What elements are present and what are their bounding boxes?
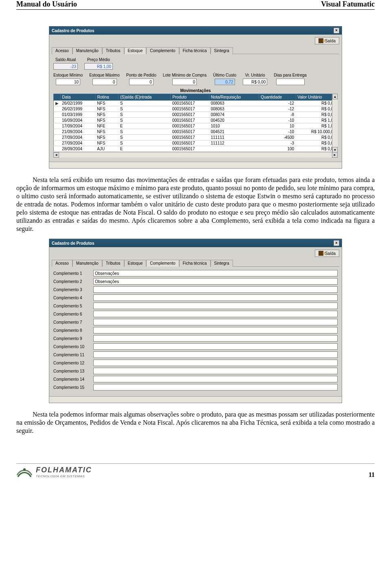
saida-button[interactable]: Saída — [315, 37, 339, 44]
tab-tributos[interactable]: Tributos — [102, 47, 124, 54]
statusbar — [49, 396, 342, 403]
complemento-field-4[interactable] — [93, 294, 338, 301]
label-est-max: Estoque Máximo — [89, 73, 119, 77]
door-icon — [319, 251, 323, 256]
svg-point-0 — [23, 468, 26, 471]
complemento-field-10[interactable] — [93, 343, 338, 350]
complemento-field-3[interactable] — [93, 286, 338, 293]
table-row[interactable]: 27/09/2004NFSS0001565017111111-4500R$ 0,… — [54, 135, 338, 140]
estoque-maximo-field[interactable] — [92, 79, 117, 85]
scroll-down-icon[interactable]: ▼ — [332, 147, 338, 153]
tabs-complemento: AcessoManutençãoTributosEstoqueComplemen… — [52, 259, 339, 267]
ultimo-custo-field[interactable] — [215, 79, 235, 85]
table-row[interactable]: 16/09/2004NFSS0001565017004520-10R$ 1,00 — [54, 118, 338, 123]
page-number: 11 — [369, 471, 375, 478]
brand-name: FOLHAMATIC — [36, 466, 92, 474]
logo-mark-icon — [16, 465, 33, 478]
tab-sintegra[interactable]: Sintegra — [211, 47, 233, 54]
saida-button[interactable]: Saída — [315, 250, 339, 257]
label-complemento: Complemento 11 — [53, 353, 90, 357]
scroll-left-icon[interactable]: ◄ — [53, 152, 59, 158]
tab-ficha-t-cnica[interactable]: Ficha técnica — [179, 260, 211, 267]
tab-acesso[interactable]: Acesso — [52, 47, 72, 54]
titlebar: Cadastro de Produtos × — [49, 239, 342, 247]
col-header: Data — [60, 94, 95, 101]
vertical-scrollbar[interactable]: ▲ ▼ — [332, 94, 338, 153]
tab-estoque[interactable]: Estoque — [124, 260, 147, 267]
window-cadastro-estoque: Cadastro de Produtos × Saída AcessoManut… — [49, 26, 342, 169]
label-lote: Lote Mínimo de Compra — [163, 73, 206, 77]
section-movimentacoes: Movimentações — [53, 88, 338, 93]
complemento-field-9[interactable] — [93, 335, 338, 342]
saldo-atual-field — [53, 63, 78, 70]
col-header: Nota/Requisição — [209, 94, 259, 101]
lote-minimo-field[interactable] — [172, 79, 197, 85]
complemento-field-6[interactable] — [93, 311, 338, 317]
label-complemento: Complemento 10 — [53, 344, 90, 349]
tab-manuten-o[interactable]: Manutenção — [72, 47, 102, 54]
label-complemento: Complemento 4 — [53, 296, 90, 300]
close-icon[interactable]: × — [334, 240, 339, 246]
table-row[interactable]: 27/09/2004NFSS0001565017111112-3R$ 0,09 — [54, 140, 338, 146]
table-row[interactable]: 21/09/2004NFSS0001565017004521-10R$ 10.0… — [54, 129, 338, 135]
complemento-field-11[interactable] — [93, 351, 338, 358]
paragraph-1: Nesta tela será exibido um resumo das mo… — [16, 176, 375, 233]
table-row[interactable]: 28/09/2004AJUE0001565017100R$ 0,00 — [54, 146, 338, 152]
tabs-estoque: AcessoManutençãoTributosEstoqueComplemen… — [52, 47, 339, 54]
label-complemento: Complemento 3 — [53, 287, 90, 292]
table-row[interactable]: 26/02/1999NFSS0001565017008063-12R$ 0,00 — [54, 106, 338, 112]
label-complemento: Complemento 7 — [53, 320, 90, 325]
scroll-up-icon[interactable]: ▲ — [332, 94, 338, 99]
brand-logo: FOLHAMATIC TECNOLOGIA EM SISTEMAS — [16, 465, 92, 478]
label-ult-custo: Último Custo — [213, 73, 236, 77]
complemento-field-1[interactable] — [93, 270, 338, 276]
tab-complemento[interactable]: Complemento — [146, 260, 179, 267]
tab-tributos[interactable]: Tributos — [102, 260, 124, 267]
header-right: Visual Fatumatic — [321, 0, 375, 9]
label-complemento: Complemento 2 — [53, 279, 90, 284]
brand-tagline: TECNOLOGIA EM SISTEMAS — [36, 474, 92, 478]
label-complemento: Complemento 14 — [53, 377, 90, 382]
vr-unitario-field[interactable] — [243, 79, 267, 85]
close-icon[interactable]: × — [334, 28, 339, 33]
label-complemento: Complemento 9 — [53, 336, 90, 341]
dias-entrega-field[interactable] — [276, 79, 305, 85]
label-preco-medio: Preço Médio — [87, 57, 110, 62]
complemento-field-13[interactable] — [93, 368, 338, 374]
label-complemento: Complemento 13 — [53, 369, 90, 373]
estoque-minimo-field[interactable] — [56, 79, 80, 85]
complemento-field-5[interactable] — [93, 303, 338, 309]
table-row[interactable]: ▶26/02/1999NFSS0001565017008063-12R$ 0,0… — [54, 101, 338, 106]
complemento-field-2[interactable] — [93, 278, 338, 285]
preco-medio-field — [84, 63, 113, 70]
label-ponto: Ponto de Pedido — [126, 73, 156, 77]
scroll-right-icon[interactable]: ► — [332, 152, 338, 158]
page-header: Manual do Usuário Visual Fatumatic — [16, 0, 375, 10]
complemento-field-12[interactable] — [93, 360, 338, 366]
complemento-field-14[interactable] — [93, 376, 338, 382]
label-complemento: Complemento 5 — [53, 304, 90, 308]
table-row[interactable]: 17/09/2004NFEE0001565017101010R$ 1,00 — [54, 123, 338, 129]
tab-acesso[interactable]: Acesso — [52, 260, 72, 267]
titlebar: Cadastro de Produtos × — [49, 26, 342, 35]
saida-label: Saída — [325, 39, 336, 43]
horizontal-scrollbar[interactable]: ◄ ► — [53, 152, 338, 158]
header-left: Manual do Usuário — [16, 0, 77, 9]
tab-complemento[interactable]: Complemento — [146, 47, 179, 54]
col-header: (S)aída (E)ntrada — [119, 94, 171, 101]
col-header: Valor Unitário — [296, 94, 337, 101]
ponto-pedido-field[interactable] — [129, 79, 154, 85]
tab-sintegra[interactable]: Sintegra — [211, 260, 233, 267]
complemento-field-7[interactable] — [93, 319, 338, 325]
tab-ficha-t-cnica[interactable]: Ficha técnica — [179, 47, 211, 54]
tab-estoque[interactable]: Estoque — [124, 47, 147, 54]
label-vr-unit: Vr. Unitário — [245, 73, 265, 77]
table-row[interactable]: 01/03/1999NFSS0001565017008074-8R$ 0,00 — [54, 112, 338, 118]
col-header: Rotina — [95, 94, 118, 101]
complemento-field-15[interactable] — [93, 384, 338, 391]
tab-manuten-o[interactable]: Manutenção — [72, 260, 102, 267]
complemento-field-8[interactable] — [93, 327, 338, 333]
label-complemento: Complemento 6 — [53, 312, 90, 316]
window-cadastro-complemento: Cadastro de Produtos × Saída AcessoManut… — [49, 239, 342, 403]
saida-label: Saída — [325, 251, 336, 256]
